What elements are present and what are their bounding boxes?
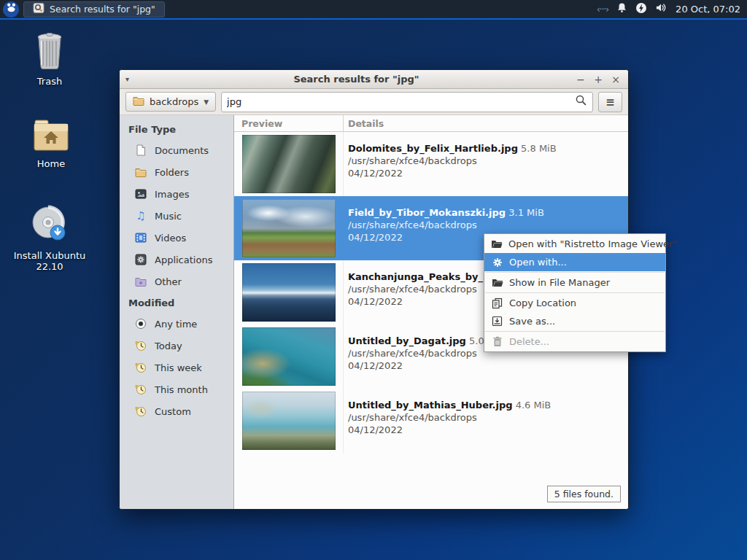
sidebar-item-modified-today[interactable]: Today — [120, 335, 233, 357]
desktop-icon-home[interactable]: Home — [15, 119, 88, 169]
file-size: 5.8 MiB — [518, 143, 557, 154]
trash-can-icon — [13, 32, 86, 72]
menu-item-open-with[interactable]: Open with... — [484, 253, 665, 271]
menu-item-copy-location[interactable]: Copy Location — [484, 294, 665, 312]
hamburger-menu-button[interactable]: ≡ — [598, 92, 622, 112]
menu-item-label: Show in File Manager — [509, 277, 610, 288]
home-folder-icon — [15, 119, 88, 155]
file-type-list: DocumentsFoldersImages♫MusicVideosApplic… — [120, 139, 233, 292]
sidebar-item-label: Images — [155, 189, 190, 200]
minimize-button[interactable]: − — [574, 74, 587, 85]
preview-thumbnail[interactable] — [242, 135, 336, 193]
menu-separator — [485, 272, 665, 273]
clock-icon — [135, 405, 147, 417]
window-titlebar[interactable]: ▾ Search results for "jpg" − + × — [120, 70, 628, 89]
search-field-container — [221, 92, 593, 112]
taskbar-window-label: Search results for "jpg" — [50, 4, 155, 15]
desktop-icon-label: Trash — [37, 76, 62, 87]
sidebar-item-label: This month — [155, 384, 208, 395]
results-header: Preview Details — [234, 115, 628, 132]
sidebar-item-modified-any-time[interactable]: Any time — [120, 313, 233, 335]
sidebar-item-label: Documents — [155, 145, 209, 156]
sidebar-item-modified-this-month[interactable]: This month — [120, 378, 233, 400]
sidebar-item-label: Custom — [155, 406, 191, 417]
sidebar-item-label: Any time — [155, 319, 197, 330]
menu-item-open-with-ristretto-image-viewer[interactable]: Open with "Ristretto Image Viewer" — [484, 235, 665, 253]
sidebar-item-music[interactable]: ♫Music — [120, 205, 233, 227]
panel-clock[interactable]: 20 Oct, 07:02 — [676, 4, 740, 15]
sidebar-item-images[interactable]: Images — [120, 183, 233, 205]
top-panel: Search results for "jpg" ‹···› 20 Oct, 0… — [0, 0, 747, 20]
column-header-preview[interactable]: Preview — [234, 115, 344, 131]
desktop-icon-trash[interactable]: Trash — [13, 32, 86, 87]
volume-icon[interactable] — [655, 2, 667, 16]
network-offline-icon[interactable]: ‹···› — [597, 4, 608, 15]
desktop-icon-label: Install Xubuntu 22.10 — [14, 250, 85, 272]
sidebar-item-label: Other — [155, 276, 182, 287]
window-title: Search results for "jpg" — [139, 74, 574, 85]
preview-cell — [234, 389, 344, 453]
menu-item-show-in-file-manager[interactable]: Show in File Manager — [484, 273, 665, 292]
file-size: 4.6 MiB — [513, 400, 551, 411]
sidebar-item-modified-this-week[interactable]: This week — [120, 357, 233, 378]
folder-icon — [135, 166, 147, 178]
modified-header: Modified — [120, 292, 233, 313]
result-row-dolomites-by-felix-hartlieb-jpg[interactable]: Dolomites_by_Felix_Hartlieb.jpg 5.8 MiB/… — [234, 132, 628, 196]
file-name: Untitled_by_Mathias_Huber.jpg — [348, 400, 513, 411]
install-cd-icon — [13, 205, 86, 246]
menu-item-label: Open with... — [509, 257, 567, 268]
file-type-header: File Type — [120, 119, 233, 139]
magnifier-icon[interactable] — [575, 94, 587, 109]
preview-cell — [234, 324, 344, 389]
file-path: /usr/share/xfce4/backdrops — [348, 219, 625, 231]
video-icon — [135, 232, 147, 244]
search-input[interactable] — [227, 96, 575, 107]
preview-thumbnail[interactable] — [242, 263, 336, 322]
preview-cell — [234, 260, 344, 324]
sidebar-item-label: Videos — [155, 233, 186, 244]
menu-item-label: Copy Location — [509, 298, 576, 308]
desktop-icon-label: Home — [37, 158, 65, 169]
sidebar-item-other[interactable]: Other — [120, 271, 233, 292]
document-icon — [135, 144, 147, 156]
file-name: Field_by_Tibor_Mokanszki.jpg — [348, 207, 506, 218]
applications-gear-icon — [135, 254, 147, 265]
search-toolbar: backdrops ▼ ≡ — [120, 89, 628, 115]
power-indicator-icon[interactable] — [635, 2, 647, 17]
sidebar-item-modified-custom[interactable]: Custom — [120, 400, 233, 422]
notification-bell-icon[interactable] — [616, 2, 627, 16]
sidebar-item-videos[interactable]: Videos — [120, 227, 233, 249]
desktop-icon-install-xubuntu[interactable]: Install Xubuntu 22.10 — [13, 205, 86, 272]
sidebar-item-documents[interactable]: Documents — [120, 139, 233, 161]
music-note-icon: ♫ — [135, 210, 147, 222]
menu-item-label: Save as... — [509, 316, 555, 327]
trash-icon — [491, 336, 503, 348]
sidebar-item-label: Music — [155, 211, 182, 222]
file-date: 04/12/2022 — [348, 359, 625, 372]
whisker-menu-button[interactable] — [3, 1, 19, 18]
image-icon — [135, 188, 147, 200]
preview-thumbnail[interactable] — [242, 199, 336, 257]
file-name: Untitled_by_Dagat.jpg — [348, 335, 466, 346]
result-row-untitled-by-mathias-huber-jpg[interactable]: Untitled_by_Mathias_Huber.jpg 4.6 MiB/us… — [234, 389, 628, 453]
preview-thumbnail[interactable] — [242, 392, 336, 450]
menu-item-save-as[interactable]: Save as... — [484, 312, 665, 330]
menu-item-delete: Delete... — [484, 332, 665, 351]
column-header-details[interactable]: Details — [344, 115, 384, 131]
location-dropdown[interactable]: backdrops ▼ — [125, 92, 216, 112]
search-window-icon — [33, 2, 44, 16]
file-date: 04/12/2022 — [348, 167, 625, 179]
sidebar-item-applications[interactable]: Applications — [120, 249, 233, 271]
window-menu-arrow-icon[interactable]: ▾ — [125, 75, 139, 83]
taskbar-window-button[interactable]: Search results for "jpg" — [23, 1, 165, 18]
preview-cell — [234, 132, 344, 196]
sidebar-item-folders[interactable]: Folders — [120, 161, 233, 183]
chevron-down-icon: ▼ — [204, 98, 209, 106]
preview-thumbnail[interactable] — [242, 327, 336, 386]
menu-separator — [485, 331, 665, 332]
close-button[interactable]: × — [609, 74, 622, 85]
maximize-button[interactable]: + — [592, 74, 605, 85]
clock-icon — [135, 362, 147, 373]
save-icon — [491, 316, 503, 327]
xubuntu-mouse-icon — [6, 2, 17, 16]
